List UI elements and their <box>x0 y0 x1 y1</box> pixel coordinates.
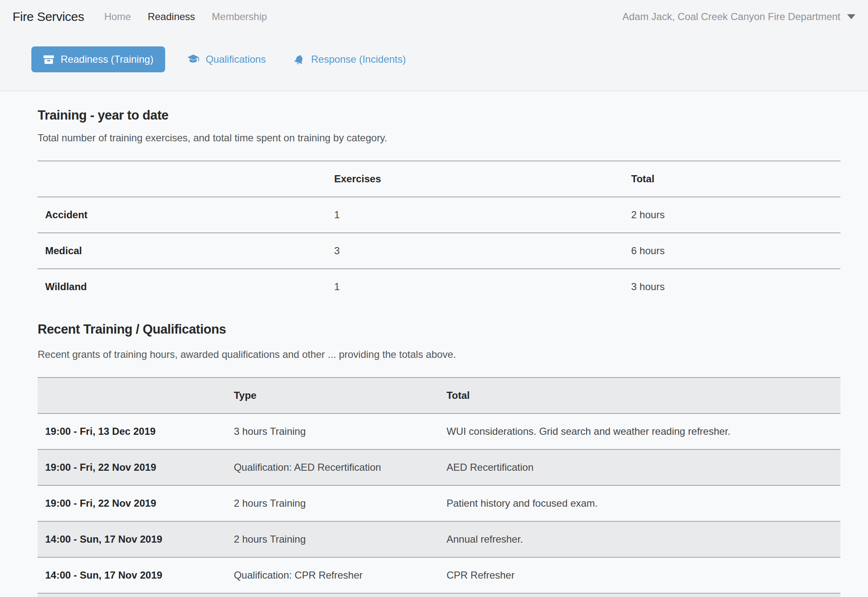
graduation-cap-icon <box>187 54 199 65</box>
row-value-cell: 1 <box>327 197 623 233</box>
row-value-cell: Qualification: CPR Refresher <box>226 557 439 593</box>
section-subtitle: Total number of training exercises, and … <box>38 132 840 144</box>
caret-down-icon <box>847 14 855 19</box>
row-value-cell: 2 hours <box>624 197 840 233</box>
row-value-cell: WUI considerations. Grid search and weat… <box>439 413 840 449</box>
user-menu[interactable]: Adam Jack, Coal Creek Canyon Fire Depart… <box>622 11 855 23</box>
row-value-cell: Patient history and focused exam. <box>439 485 840 521</box>
column-header: Total <box>624 161 840 197</box>
tab-label: Response (Incidents) <box>311 54 406 65</box>
user-menu-label: Adam Jack, Coal Creek Canyon Fire Depart… <box>622 11 840 23</box>
row-value-cell: Annual refresher. <box>439 521 840 557</box>
row-value-cell: AED Recertification <box>439 449 840 485</box>
archive-icon <box>43 54 54 65</box>
section-title: Training - year to date <box>38 108 840 123</box>
row-value-cell: 2 hours Training <box>226 485 439 521</box>
tab-label: Readiness (Training) <box>61 54 153 65</box>
row-label-cell: 19:00 - Fri, 13 Dec 2019 <box>38 413 226 449</box>
table-row: Medical36 hours <box>38 233 840 269</box>
nav-item-home[interactable]: Home <box>104 11 131 23</box>
table-row: Accident12 hours <box>38 197 840 233</box>
tab-qualifications[interactable]: Qualifications <box>181 46 272 72</box>
table-row-partial <box>38 593 840 597</box>
table-row: 14:00 - Sun, 17 Nov 20192 hours Training… <box>38 521 840 557</box>
row-label-cell: 14:00 - Sun, 17 Nov 2019 <box>38 557 226 593</box>
tab-response-incidents[interactable]: Response (Incidents) <box>288 46 412 72</box>
section-subtitle: Recent grants of training hours, awarded… <box>38 349 840 360</box>
row-value-cell: 3 <box>327 233 623 269</box>
recent-training-table: TypeTotal 19:00 - Fri, 13 Dec 20193 hour… <box>38 377 840 593</box>
table-header-row: TypeTotal <box>38 378 840 413</box>
main-nav: Home Readiness Membership <box>104 11 267 23</box>
section-recent-training: Recent Training / Qualifications Recent … <box>38 322 840 597</box>
row-label-cell: Wildland <box>38 269 327 304</box>
column-header: Exercises <box>327 161 623 197</box>
column-header <box>38 161 327 197</box>
main-content: Training - year to date Total number of … <box>0 91 868 597</box>
row-value-cell: 6 hours <box>624 233 840 269</box>
table-row: 19:00 - Fri, 13 Dec 20193 hours Training… <box>38 413 840 449</box>
nav-item-membership[interactable]: Membership <box>212 11 267 23</box>
row-value-cell: 3 hours <box>624 269 840 304</box>
bell-icon <box>294 54 305 65</box>
table-header-row: ExercisesTotal <box>38 161 840 197</box>
table-row: Wildland13 hours <box>38 269 840 304</box>
table-row: 19:00 - Fri, 22 Nov 2019Qualification: A… <box>38 449 840 485</box>
training-ytd-table: ExercisesTotal Accident12 hoursMedical36… <box>38 161 840 304</box>
row-label-cell: Accident <box>38 197 327 233</box>
row-value-cell: 3 hours Training <box>226 413 439 449</box>
row-value-cell: CPR Refresher <box>439 557 840 593</box>
row-label-cell: 19:00 - Fri, 22 Nov 2019 <box>38 449 226 485</box>
tab-readiness-training[interactable]: Readiness (Training) <box>31 46 165 72</box>
column-header: Total <box>439 378 840 413</box>
tab-label: Qualifications <box>206 54 266 65</box>
nav-item-readiness[interactable]: Readiness <box>148 11 195 23</box>
section-training-ytd: Training - year to date Total number of … <box>38 108 840 304</box>
brand-title: Fire Services <box>13 10 84 24</box>
row-label-cell: Medical <box>38 233 327 269</box>
section-title: Recent Training / Qualifications <box>38 322 840 337</box>
column-header <box>38 378 226 413</box>
top-bar: Fire Services Home Readiness Membership … <box>0 0 868 33</box>
row-value-cell: Qualification: AED Recertification <box>226 449 439 485</box>
table-row: 19:00 - Fri, 22 Nov 20192 hours Training… <box>38 485 840 521</box>
column-header: Type <box>226 378 439 413</box>
app-header: Fire Services Home Readiness Membership … <box>0 0 868 91</box>
row-label-cell: 14:00 - Sun, 17 Nov 2019 <box>38 521 226 557</box>
row-label-cell: 19:00 - Fri, 22 Nov 2019 <box>38 485 226 521</box>
table-row: 14:00 - Sun, 17 Nov 2019Qualification: C… <box>38 557 840 593</box>
row-value-cell: 2 hours Training <box>226 521 439 557</box>
row-value-cell: 1 <box>327 269 623 304</box>
tab-bar: Readiness (Training) Qualifications <box>31 46 868 91</box>
